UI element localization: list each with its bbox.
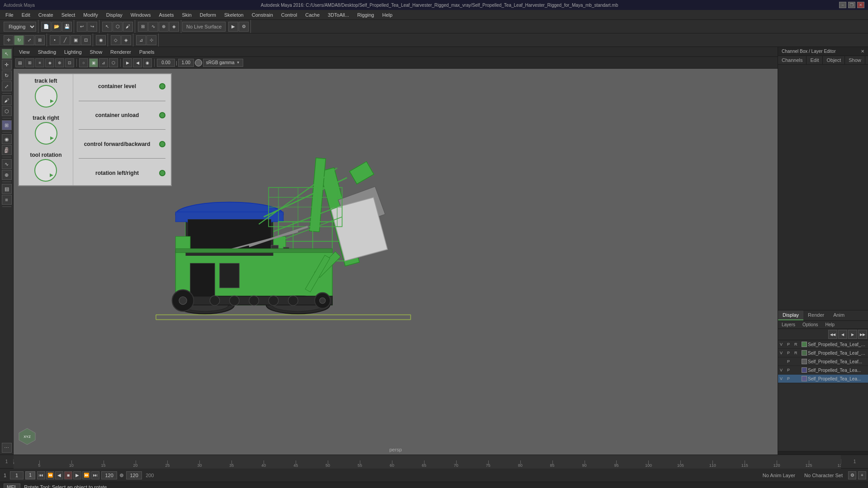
- frame-end-input[interactable]: [101, 471, 117, 479]
- menu-item-rigging[interactable]: Rigging: [354, 11, 377, 19]
- view-cube[interactable]: ⊞: [2, 120, 12, 130]
- mode-dropdown[interactable]: Rigging: [4, 22, 36, 32]
- redo-btn[interactable]: ↪: [87, 22, 97, 32]
- current-frame-input[interactable]: [10, 471, 24, 479]
- vp-panels-menu[interactable]: Panels: [136, 48, 158, 56]
- scale-input[interactable]: 1.00: [178, 59, 194, 67]
- snap-curve[interactable]: ∿: [148, 22, 158, 32]
- menu-item-constrain[interactable]: Constrain: [248, 11, 277, 19]
- layer-row-4[interactable]: V P Self_Propelled_Tea_Lea...: [778, 375, 868, 383]
- edge-btn[interactable]: ╱: [60, 35, 70, 45]
- gamma-dropdown[interactable]: sRGB gamma ▼: [203, 59, 243, 67]
- close-button[interactable]: ✕: [857, 2, 864, 8]
- curve-btn[interactable]: ∿: [2, 159, 12, 169]
- vp-btn10[interactable]: ⬡: [109, 58, 118, 67]
- goto-end-btn[interactable]: ⏭: [91, 471, 99, 479]
- track-left-control[interactable]: ▸: [35, 85, 57, 108]
- layer-p-2[interactable]: P: [787, 359, 793, 364]
- minimize-button[interactable]: −: [839, 2, 846, 8]
- paint-mode[interactable]: 🖌: [2, 95, 12, 105]
- play-back-btn[interactable]: ◀: [55, 471, 63, 479]
- menu-item-skeleton[interactable]: Skeleton: [221, 11, 247, 19]
- menu-item-control[interactable]: Control: [278, 11, 301, 19]
- menu-item-deform[interactable]: Deform: [196, 11, 220, 19]
- menu-item-edit[interactable]: Edit: [18, 11, 34, 19]
- menu-item-modify[interactable]: Modify: [80, 11, 101, 19]
- tab-object[interactable]: Object: [823, 56, 845, 64]
- step-back-btn[interactable]: ⏪: [46, 471, 54, 479]
- vp-btn2[interactable]: ⊞: [25, 58, 34, 67]
- vp-shading-menu[interactable]: Shading: [34, 48, 60, 56]
- subtab-help[interactable]: Help: [821, 321, 838, 328]
- step-fwd-btn[interactable]: ⏩: [82, 471, 90, 479]
- layer-v-3[interactable]: V: [780, 368, 786, 372]
- open-btn[interactable]: 📂: [52, 22, 61, 32]
- layers-scrollbar[interactable]: [778, 451, 868, 455]
- menu-item-skin[interactable]: Skin: [178, 11, 195, 19]
- lasso-mode[interactable]: ⬡: [2, 106, 12, 116]
- layer-p-0[interactable]: P: [787, 342, 793, 347]
- save-btn[interactable]: 💾: [62, 22, 72, 32]
- nav-cube[interactable]: XYZ: [18, 427, 36, 446]
- mel-label[interactable]: MEL: [4, 483, 20, 488]
- char-add-btn[interactable]: +: [858, 471, 866, 479]
- tool-rotation-control[interactable]: ▸: [34, 159, 57, 182]
- snap-btn[interactable]: ⊕: [2, 170, 12, 180]
- frame-total-input[interactable]: [126, 471, 142, 479]
- tab-edit[interactable]: Edit: [807, 56, 823, 64]
- vp-btn7[interactable]: ○: [79, 58, 88, 67]
- vertex-btn[interactable]: •: [50, 35, 60, 45]
- attr-btn[interactable]: ≡: [2, 195, 12, 205]
- close-panel-btn[interactable]: ✕: [861, 49, 864, 54]
- move-tool[interactable]: ✛: [4, 35, 14, 45]
- layer-r-1[interactable]: R: [794, 351, 801, 355]
- vp-show-menu[interactable]: Show: [86, 48, 106, 56]
- subtab-layers[interactable]: Layers: [778, 321, 799, 328]
- layer-r-0[interactable]: R: [794, 342, 801, 347]
- stop-btn[interactable]: ■: [64, 471, 72, 479]
- menu-item-windows[interactable]: Windows: [127, 11, 155, 19]
- menu-item-cache[interactable]: Cache: [302, 11, 323, 19]
- track-right-control[interactable]: ▸: [35, 122, 57, 145]
- tab-show[interactable]: Show: [845, 56, 865, 64]
- vp-shading-btn[interactable]: ▣: [89, 58, 98, 67]
- select-mode[interactable]: ↖: [2, 49, 12, 59]
- extra-btn[interactable]: ⋯: [2, 443, 12, 453]
- soft-sel-btn[interactable]: ◉: [2, 134, 12, 144]
- rotate-tool[interactable]: ↻: [14, 35, 24, 45]
- prev-btn[interactable]: ◀: [838, 330, 847, 339]
- vp-btn6[interactable]: ⊡: [65, 58, 74, 67]
- menu-item-create[interactable]: Create: [35, 11, 57, 19]
- menu-item-assets[interactable]: Assets: [155, 11, 177, 19]
- select-btn[interactable]: ↖: [102, 22, 112, 32]
- menu-item-select[interactable]: Select: [58, 11, 79, 19]
- scale-tool[interactable]: ⤢: [24, 35, 34, 45]
- universal-tool[interactable]: ⊞: [35, 35, 45, 45]
- layer-v-0[interactable]: V: [780, 342, 786, 347]
- layer-p-1[interactable]: P: [787, 351, 793, 355]
- new-btn[interactable]: 📄: [41, 22, 51, 32]
- timeline-ruler[interactable]: 5101520253035404550556065707580859095100…: [14, 455, 841, 469]
- misc2[interactable]: ⊹: [146, 35, 156, 45]
- render-btn[interactable]: ▶: [228, 22, 238, 32]
- layer-p-4[interactable]: P: [787, 376, 793, 381]
- layer-row-0[interactable]: V P R Self_Propelled_Tea_Leaf_H...: [778, 340, 868, 349]
- vp-btn1[interactable]: ▤: [15, 58, 24, 67]
- misc1[interactable]: ⊿: [136, 35, 146, 45]
- snap-grid[interactable]: ⊞: [138, 22, 148, 32]
- tab-channels[interactable]: Channels: [778, 56, 807, 64]
- tab-render[interactable]: Render: [803, 310, 829, 320]
- scene-area[interactable]: track left ▸ track right ▸ t: [14, 69, 778, 455]
- layer-row-2[interactable]: P Self_Propelled_Tea_Leaf...: [778, 357, 868, 366]
- layer-p-3[interactable]: P: [787, 368, 793, 372]
- vp-btn11[interactable]: ▶: [123, 58, 132, 67]
- uv-btn[interactable]: ⊡: [81, 35, 91, 45]
- move-mode[interactable]: ✛: [2, 60, 12, 70]
- vp-btn3[interactable]: ≡: [35, 58, 44, 67]
- menu-item-help[interactable]: Help: [378, 11, 396, 19]
- soft-sel[interactable]: ◉: [96, 35, 106, 45]
- goto-start-btn[interactable]: ⏮: [37, 471, 45, 479]
- vp-renderer-menu[interactable]: Renderer: [107, 48, 135, 56]
- frame-indicator[interactable]: 1: [25, 471, 35, 479]
- tab-anim[interactable]: Anim: [829, 310, 849, 320]
